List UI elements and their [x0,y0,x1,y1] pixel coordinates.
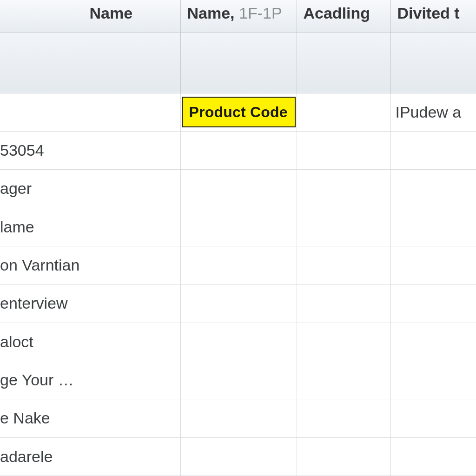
cell[interactable]: e Nake [0,399,83,437]
cell[interactable] [297,399,390,437]
cell[interactable]: ager [0,170,83,208]
cell[interactable] [0,93,83,131]
table-row: Product Code IPudew a [0,93,476,131]
cell[interactable] [297,246,390,284]
header-spacer [180,33,297,93]
cell[interactable] [83,246,180,284]
cell[interactable] [297,131,390,169]
table-row: e Nake [0,399,476,437]
cell[interactable] [83,208,180,246]
cell[interactable] [83,323,180,361]
table-row: ager [0,170,476,208]
table-row: 53054 [0,131,476,169]
cell[interactable] [390,208,476,246]
column-header-label: Divited t [397,4,460,22]
cell[interactable] [390,284,476,323]
highlight-label: Product Code [189,104,288,121]
column-header-name[interactable]: Name [83,0,180,33]
column-header-label: Name, [187,4,235,22]
column-header-acadling[interactable]: Acadling [297,0,390,33]
cell[interactable] [297,323,390,361]
cell[interactable] [297,437,390,476]
cell[interactable] [180,208,297,246]
cell[interactable]: enterview [0,284,83,323]
table-body: Product Code IPudew a 53054 ager lame [0,93,476,476]
highlight-box[interactable]: Product Code [182,97,296,127]
cell[interactable]: aloct [0,323,83,361]
header-spacer [297,33,390,93]
cell[interactable] [297,284,390,323]
cell[interactable]: adarele [0,437,83,476]
cell[interactable] [83,93,180,131]
column-header-label: Name [90,4,133,22]
cell[interactable] [390,323,476,361]
cell[interactable] [180,323,297,361]
spreadsheet-grid[interactable]: Name Name, 1F-1P Acadling Divited t [0,0,476,476]
cell[interactable] [390,437,476,476]
cell[interactable] [297,170,390,208]
cell[interactable] [83,131,180,169]
column-header-divited[interactable]: Divited t [390,0,476,33]
cell[interactable] [180,437,297,476]
column-header-name-1f1p[interactable]: Name, 1F-1P [180,0,297,33]
cell[interactable]: on Varntian [0,246,83,284]
column-header-blank-a[interactable] [0,0,83,33]
cell[interactable] [390,170,476,208]
cell[interactable] [180,246,297,284]
cell[interactable] [180,284,297,323]
cell[interactable] [83,284,180,323]
cell[interactable] [83,170,180,208]
cell[interactable]: 53054 [0,131,83,169]
cell[interactable] [297,93,390,131]
cell[interactable]: ge Your … [0,361,83,399]
table-row: adarele [0,437,476,476]
cell[interactable] [390,131,476,169]
table-row: ge Your … [0,361,476,399]
cell[interactable] [83,437,180,476]
column-header-label: Acadling [304,4,370,22]
cell[interactable] [83,399,180,437]
cell[interactable] [390,361,476,399]
table-row: aloct [0,323,476,361]
table-row: enterview [0,284,476,323]
cell[interactable]: lame [0,208,83,246]
cell[interactable] [180,361,297,399]
cell[interactable] [297,208,390,246]
header-spacer [390,33,476,93]
cell[interactable] [180,131,297,169]
cell[interactable]: IPudew a [390,93,476,131]
cell[interactable] [390,399,476,437]
cell[interactable] [390,246,476,284]
table-row: on Varntian [0,246,476,284]
header-spacer [0,33,83,93]
cell-product-code-highlight[interactable]: Product Code [180,93,297,131]
header-spacer [83,33,180,93]
cell[interactable] [297,361,390,399]
table-row: lame [0,208,476,246]
cell[interactable] [180,170,297,208]
cell[interactable] [83,361,180,399]
cell[interactable] [180,399,297,437]
column-header-sublabel: 1F-1P [239,4,282,22]
